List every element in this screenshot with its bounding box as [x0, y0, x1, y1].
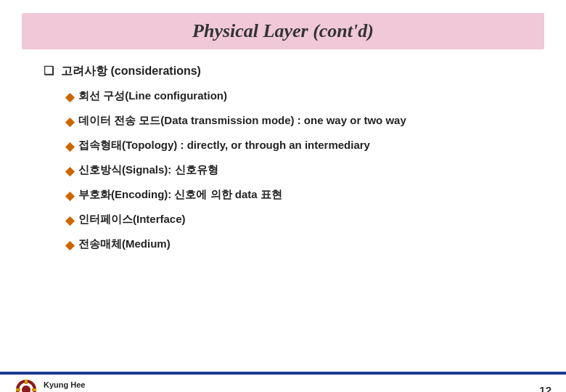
- diamond-icon: ◆: [65, 139, 74, 153]
- diamond-icon: ◆: [65, 115, 74, 128]
- bullet-text-5: 부호화(Encoding): 신호에 의한 data 표현: [78, 188, 282, 202]
- main-bullet-icon: ❑: [44, 64, 54, 78]
- list-item: ◆ 접속형태(Topology) : directly, or through …: [65, 139, 522, 153]
- diamond-icon: ◆: [65, 90, 74, 104]
- slide-title: Physical Layer (cont'd): [192, 20, 374, 41]
- title-bar: Physical Layer (cont'd): [22, 13, 544, 49]
- page-number: 12: [539, 384, 551, 393]
- content-area: ❑ 고려사항 (considerations) ◆ 회선 구성(Line con…: [0, 49, 566, 269]
- main-bullet: ❑ 고려사항 (considerations): [44, 64, 522, 79]
- list-item: ◆ 부호화(Encoding): 신호에 의한 data 표현: [65, 188, 522, 203]
- bullet-text-4: 신호방식(Signals): 신호유형: [78, 163, 218, 177]
- slide: Physical Layer (cont'd) ❑ 고려사항 (consider…: [0, 13, 566, 392]
- university-logo: [15, 378, 38, 392]
- sub-bullets-list: ◆ 회선 구성(Line configuration) ◆ 데이터 전송 모드(…: [65, 89, 522, 252]
- diamond-icon: ◆: [65, 189, 74, 203]
- bullet-text-6: 인터페이스(Interface): [78, 213, 186, 226]
- diamond-icon: ◆: [65, 213, 74, 227]
- diamond-icon: ◆: [65, 238, 74, 252]
- svg-rect-5: [16, 388, 20, 391]
- diamond-icon: ◆: [65, 164, 74, 178]
- list-item: ◆ 전송매체(Medium): [65, 237, 522, 252]
- svg-rect-6: [32, 388, 36, 391]
- list-item: ◆ 신호방식(Signals): 신호유형: [65, 163, 522, 178]
- logo-area: Kyung Hee University: [15, 378, 85, 392]
- university-name: Kyung Hee University: [44, 380, 85, 392]
- bullet-text-2: 데이터 전송 모드(Data transmission mode) : one …: [78, 114, 406, 128]
- list-item: ◆ 인터페이스(Interface): [65, 213, 522, 227]
- list-item: ◆ 회선 구성(Line configuration): [65, 89, 522, 104]
- bullet-text-3: 접속형태(Topology) : directly, or through an…: [78, 139, 370, 152]
- bullet-text-1: 회선 구성(Line configuration): [78, 89, 227, 103]
- bottom-footer: Kyung Hee University 12: [0, 375, 566, 392]
- main-bullet-text: 고려사항 (considerations): [61, 64, 201, 79]
- list-item: ◆ 데이터 전송 모드(Data transmission mode) : on…: [65, 114, 522, 128]
- bullet-text-7: 전송매체(Medium): [78, 237, 171, 251]
- svg-rect-3: [25, 380, 28, 384]
